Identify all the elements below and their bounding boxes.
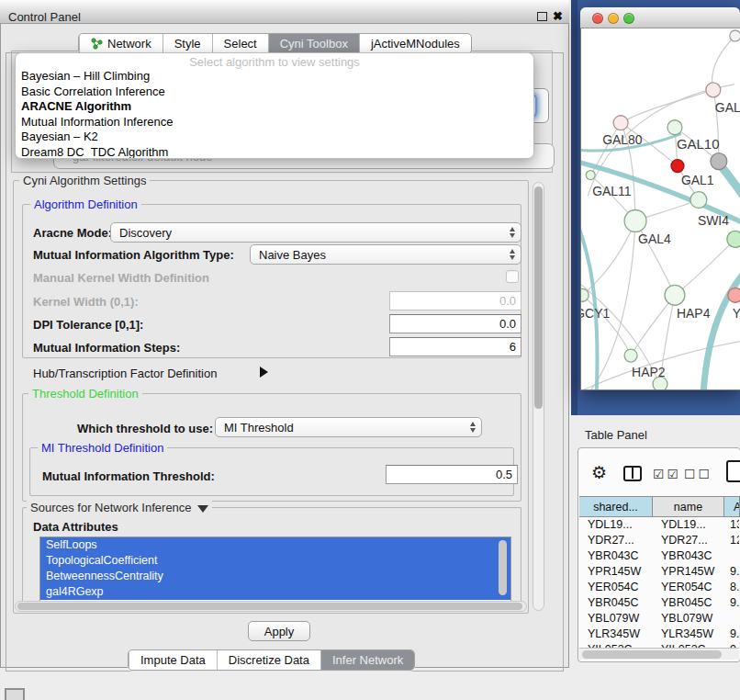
tab[interactable]: Cyni Toolbox — [268, 34, 359, 53]
algorithm-dropdown-item[interactable]: Dream8 DC_TDC Algorithm — [16, 145, 533, 160]
attributes-scrollbar-thumb[interactable] — [499, 540, 507, 595]
algorithm-dropdown-item[interactable]: Mutual Information Inference — [16, 115, 533, 130]
settings-hscrollbar-thumb[interactable] — [17, 603, 522, 610]
attribute-list-item[interactable]: BetweennessCentrality — [40, 569, 510, 584]
network-node[interactable] — [690, 192, 707, 209]
algorithm-dropdown-item[interactable]: Bayesian – Hill Climbing — [16, 69, 533, 85]
algorithm-dropdown-placeholder: Select algorithm to view settings — [16, 56, 533, 69]
table-row[interactable]: YDR27... YDR27... 12 — [579, 533, 739, 548]
network-node[interactable] — [727, 231, 740, 247]
collapse-arrow-icon[interactable] — [197, 505, 208, 513]
apply-button[interactable]: Apply — [248, 621, 310, 641]
network-node[interactable] — [624, 209, 646, 231]
network-canvas[interactable]: GALGAL80GAL10GAL1GAL11SWI4GAL4GCY1HAP4YH… — [581, 28, 740, 390]
network-node-label: GAL10 — [677, 136, 720, 152]
combo-arrows-icon — [510, 223, 515, 242]
tab-label: jActiveMNodules — [371, 37, 460, 51]
mac-zoom-button[interactable] — [623, 13, 634, 24]
table-row[interactable]: YBR045C YBR045C 9. — [579, 595, 739, 611]
network-node[interactable] — [730, 30, 740, 41]
threshold-definition-title: Threshold Definition — [28, 387, 142, 401]
close-icon[interactable]: ✖ — [553, 9, 563, 23]
table-row[interactable]: YBR043C YBR043C — [579, 548, 739, 564]
manual-kernel-checkbox[interactable] — [506, 270, 519, 283]
network-node[interactable] — [711, 153, 727, 170]
tab[interactable]: Discretize Data — [217, 650, 320, 670]
attribute-list-item[interactable]: TopologicalCoefficient — [40, 553, 510, 569]
aracne-mode-combo[interactable]: Discovery — [110, 222, 521, 243]
mi-steps-field[interactable]: 6 — [389, 337, 521, 356]
algorithm-dropdown-list: Bayesian – Hill Climbing Basic Correlati… — [16, 69, 533, 159]
network-node[interactable] — [624, 349, 637, 362]
which-threshold-combo[interactable]: MI Threshold — [215, 417, 482, 437]
desktop-edge-shade — [571, 0, 577, 415]
network-node[interactable] — [667, 120, 682, 135]
network-node[interactable] — [728, 288, 740, 302]
control-panel-title: Control Panel — [8, 10, 81, 24]
table-horizontal-scrollbar[interactable] — [579, 648, 739, 660]
mac-close-button[interactable] — [592, 13, 603, 24]
algorithm-dropdown-item[interactable]: Basic Correlation Inference — [16, 85, 533, 100]
deselect-all-checkboxes-icon[interactable]: ☐☐ — [684, 467, 712, 481]
tab[interactable]: Impute Data — [129, 650, 217, 670]
mi-threshold-label: Mutual Information Threshold: — [42, 469, 215, 483]
tab-label: Style — [174, 37, 201, 51]
window-grip-icon[interactable] — [5, 688, 25, 700]
network-window-titlebar[interactable] — [580, 7, 740, 28]
algorithm-dropdown-item[interactable]: ARACNE Algorithm — [16, 99, 533, 115]
expand-arrow-icon[interactable] — [260, 367, 268, 378]
mi-type-value: Naive Bayes — [259, 248, 326, 262]
network-node-label: GAL4 — [638, 231, 671, 246]
table-column-header[interactable]: A — [724, 497, 740, 516]
gear-icon[interactable]: ⚙ — [591, 462, 607, 483]
table-row[interactable]: YDL19... YDL19... 13 — [579, 517, 739, 533]
network-node[interactable] — [671, 160, 684, 173]
table-panel-title: Table Panel — [585, 428, 647, 442]
settings-scrollbar-thumb[interactable] — [534, 186, 543, 409]
table-body: YDL19... YDL19... 13 YDR27... YDR27... 1… — [579, 517, 739, 648]
table-hscrollbar-thumb[interactable] — [582, 650, 722, 659]
manual-kernel-label: Manual Kernel Width Definition — [33, 271, 209, 285]
network-node[interactable] — [706, 83, 721, 97]
algorithm-definition-title: Algorithm Definition — [30, 198, 141, 211]
tab-label: Impute Data — [140, 653, 206, 667]
float-window-icon[interactable] — [537, 12, 547, 21]
mi-threshold-field[interactable]: 0.5 — [386, 465, 518, 484]
tab[interactable]: Select — [212, 34, 268, 53]
tab[interactable]: jActiveMNodules — [359, 34, 471, 53]
table-row[interactable]: YPR145W YPR145W 9. — [579, 564, 739, 580]
data-attributes-list: SelfLoopsTopologicalCoefficientBetweenne… — [39, 536, 511, 602]
attribute-list-item[interactable]: gal4RGexp — [40, 584, 510, 600]
settings-vertical-scrollbar[interactable] — [533, 182, 544, 611]
network-node[interactable] — [581, 288, 589, 301]
settings-horizontal-scrollbar[interactable] — [15, 601, 527, 612]
select-all-checkboxes-icon[interactable]: ☑☑ — [653, 467, 681, 481]
tab[interactable]: Infer Network — [320, 650, 414, 670]
network-node[interactable] — [586, 171, 595, 180]
algorithm-dropdown-item[interactable]: Bayesian – K2 — [16, 130, 533, 145]
mac-minimize-button[interactable] — [608, 13, 619, 24]
attribute-list-item[interactable]: SelfLoops — [40, 537, 510, 553]
columns-view-icon[interactable] — [623, 466, 642, 481]
control-panel-titlebar[interactable] — [0, 0, 569, 24]
network-node-label: GAL — [715, 100, 740, 115]
network-node-label: GAL80 — [602, 132, 643, 147]
network-node-label: Y — [733, 306, 740, 321]
hub-section-label[interactable]: Hub/Transcription Factor Definition — [33, 367, 217, 380]
table-column-header[interactable]: name — [653, 497, 724, 516]
kernel-width-field[interactable]: 0.0 — [389, 291, 521, 310]
mi-type-combo[interactable]: Naive Bayes — [250, 244, 521, 265]
new-table-icon[interactable] — [726, 460, 740, 482]
network-node[interactable] — [665, 285, 685, 305]
tab[interactable]: Network — [79, 34, 163, 53]
table-row[interactable]: YBL079W YBL079W — [579, 611, 739, 627]
network-node[interactable] — [613, 116, 628, 130]
dpi-tolerance-field[interactable]: 0.0 — [389, 314, 521, 333]
table-row[interactable]: YER054C YER054C 8. — [579, 580, 739, 595]
table-column-header[interactable]: shared... — [579, 497, 653, 516]
tab[interactable]: Style — [163, 34, 212, 53]
network-edges-strong — [581, 134, 740, 390]
network-node-label: SWI4 — [698, 213, 729, 228]
table-row[interactable]: YLR345W YLR345W 9. — [579, 627, 739, 642]
data-attributes-label: Data Attributes — [33, 520, 118, 534]
